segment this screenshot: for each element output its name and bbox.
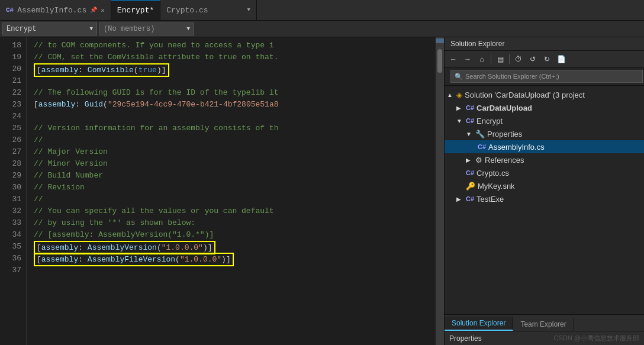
code-line-30: // Revision: [34, 182, 436, 194]
code-line-23: [assembly: Guid("29c5e194-4cc9-470e-b421…: [34, 99, 436, 111]
code-line-22: // The following GUID is for the ID of t…: [34, 87, 436, 99]
mykey-label: MyKey.snk: [478, 182, 515, 191]
code-line-26: //: [34, 134, 436, 146]
tab-assemblyinfo-label: AssemblyInfo.cs: [17, 6, 86, 15]
assemblyinfo-label: AssemblyInfo.cs: [488, 143, 545, 151]
code-content[interactable]: // to COM components. If you need to acc…: [27, 37, 436, 345]
tab-bar: C# AssemblyInfo.cs 📌 ✕ Encrypt* Crypto.c…: [0, 0, 644, 21]
separator-1: [491, 54, 491, 64]
project-cs-icon: C#: [466, 104, 474, 111]
crypto-label: Crypto.cs: [476, 169, 509, 178]
testexe-icon: C#: [466, 195, 474, 202]
tree-solution[interactable]: ▲ ◈ Solution 'CarDataUpload' (3 project: [445, 88, 644, 101]
search-area: 🔍 Search Solution Explorer (Ctrl+;): [445, 67, 644, 86]
tab-assemblyinfo[interactable]: C# AssemblyInfo.cs 📌 ✕: [0, 0, 111, 20]
home-button[interactable]: ⌂: [475, 53, 488, 66]
code-line-33: // by using the '*' as shown below:: [34, 217, 436, 229]
refresh-button[interactable]: ↻: [540, 53, 553, 66]
member-arrow: ▼: [187, 26, 190, 32]
code-line-29: // Build Number: [34, 170, 436, 182]
tree-mykey[interactable]: 🔑 MyKey.snk: [445, 179, 644, 192]
back-button[interactable]: ←: [447, 53, 460, 66]
dropdown-arrow: ▼: [90, 26, 93, 32]
crypto-icon: C#: [466, 169, 474, 176]
code-line-35: [assembly: AssemblyVersion("1.0.0.0")]: [34, 241, 436, 253]
cs-icon: C#: [6, 7, 14, 14]
line-numbers: 18 19 20 21 22 23 24 25 26 27 28 29 30 3…: [0, 37, 27, 345]
properties-label: Properties: [449, 334, 482, 343]
scroll-up-arrow[interactable]: [436, 38, 444, 43]
tree-assemblyinfo[interactable]: C# AssemblyInfo.cs: [445, 140, 644, 153]
tab-encrypt[interactable]: Encrypt*: [111, 0, 160, 20]
tree-testexe[interactable]: ▶ C# TestExe: [445, 192, 644, 205]
tree-properties[interactable]: ▼ 🔧 Properties: [445, 127, 644, 140]
code-line-36: [assembly: AssemblyFileVersion("1.0.0.0"…: [34, 253, 436, 265]
encrypt-label: Encrypt: [476, 117, 503, 125]
tab-encrypt-label: Encrypt*: [117, 6, 154, 15]
code-editor[interactable]: 18 19 20 21 22 23 24 25 26 27 28 29 30 3…: [0, 37, 444, 345]
tab-team-explorer[interactable]: Team Explorer: [513, 318, 574, 331]
new-file-button[interactable]: 📄: [555, 53, 568, 66]
solution-label: Solution 'CarDataUpload' (3 project: [465, 91, 585, 99]
cardataupload-label: CarDataUpload: [476, 104, 532, 112]
bottom-tabs: Solution Explorer Team Explorer: [445, 314, 644, 331]
close-icon[interactable]: ✕: [101, 7, 105, 14]
tree-references[interactable]: ▶ ⚙ References: [445, 153, 644, 166]
timer-button[interactable]: ⏱: [512, 53, 525, 66]
expand-properties[interactable]: ▼: [466, 131, 473, 137]
toolbar-row: Encrypt ▼ (No members) ▼: [0, 21, 644, 37]
expand-testexe[interactable]: ▶: [456, 196, 463, 202]
separator-2: [509, 54, 510, 64]
code-line-20: [assembly: ComVisible(true)]: [34, 63, 436, 75]
expand-encrypt[interactable]: ▼: [456, 118, 463, 124]
snk-icon: 🔑: [466, 182, 475, 191]
code-line-25: // Version information for an assembly c…: [34, 122, 436, 134]
tree-encrypt[interactable]: ▼ C# Encrypt: [445, 114, 644, 127]
properties-icon: 🔧: [475, 130, 485, 138]
solution-icon: ◈: [456, 91, 462, 99]
main-layout: 18 19 20 21 22 23 24 25 26 27 28 29 30 3…: [0, 37, 644, 345]
expand-solution[interactable]: ▲: [447, 92, 454, 98]
solution-tree: ▲ ◈ Solution 'CarDataUpload' (3 project …: [445, 86, 644, 314]
code-line-28: // Minor Version: [34, 158, 436, 170]
testexe-label: TestExe: [476, 195, 504, 204]
scroll-thumb[interactable]: [437, 49, 442, 73]
search-placeholder: Search Solution Explorer (Ctrl+;): [465, 73, 559, 80]
solution-explorer-title: Solution Explorer: [445, 37, 644, 51]
context-dropdown[interactable]: Encrypt ▼: [2, 22, 97, 36]
code-line-37: [34, 265, 436, 276]
code-line-21: [34, 75, 436, 87]
code-line-32: // You can specify all the values or you…: [34, 205, 436, 217]
properties-bar: Properties CSDN @小鹰信息技术服务部: [445, 331, 644, 345]
references-label: References: [485, 156, 524, 165]
dropdown-label: Encrypt: [7, 25, 36, 33]
watermark: CSDN @小鹰信息技术服务部: [554, 334, 639, 343]
code-line-34: // [assembly: AssemblyVersion("1.0.*")]: [34, 229, 436, 241]
vertical-scrollbar[interactable]: [436, 37, 444, 345]
code-line-24: [34, 111, 436, 122]
member-dropdown[interactable]: (No members) ▼: [99, 22, 194, 36]
pin-icon[interactable]: 📌: [90, 7, 97, 14]
forward-button[interactable]: →: [461, 53, 474, 66]
tab-crypto[interactable]: Crypto.cs ▼: [160, 0, 257, 20]
expand-references[interactable]: ▶: [466, 157, 473, 163]
solution-toolbar: ← → ⌂ ▤ ⏱ ↺ ↻ 📄: [445, 51, 644, 67]
references-icon: ⚙: [475, 156, 482, 165]
search-solution-input[interactable]: 🔍 Search Solution Explorer (Ctrl+;): [450, 70, 643, 83]
properties-folder-label: Properties: [487, 130, 522, 138]
code-line-31: //: [34, 194, 436, 205]
solution-explorer-panel: Solution Explorer ← → ⌂ ▤ ⏱ ↺ ↻ 📄 🔍 Sear…: [444, 37, 644, 345]
encrypt-icon: C#: [466, 117, 474, 124]
undo-button[interactable]: ↺: [526, 53, 539, 66]
tab-crypto-label: Crypto.cs: [166, 6, 208, 15]
tree-cardataupload[interactable]: ▶ C# CarDataUpload: [445, 101, 644, 114]
expand-cardataupload[interactable]: ▶: [456, 105, 463, 111]
tab-solution-explorer[interactable]: Solution Explorer: [445, 317, 513, 331]
properties-button[interactable]: ▤: [494, 53, 507, 66]
tab-dropdown-arrow[interactable]: ▼: [247, 7, 250, 13]
tree-crypto[interactable]: C# Crypto.cs: [445, 166, 644, 179]
code-line-18: // to COM components. If you need to acc…: [34, 40, 436, 51]
code-line-19: // COM, set the ComVisible attribute to …: [34, 51, 436, 63]
code-line-27: // Major Version: [34, 146, 436, 158]
member-label: (No members): [104, 25, 154, 33]
